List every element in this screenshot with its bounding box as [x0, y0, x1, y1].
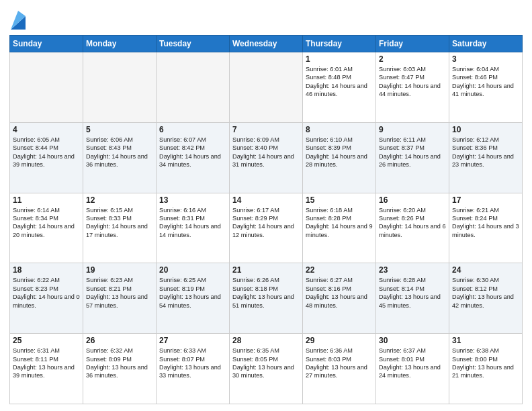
- calendar-cell: [230, 52, 303, 123]
- day-info: Sunrise: 6:16 AMSunset: 8:31 PMDaylight:…: [159, 206, 226, 240]
- day-info: Sunrise: 6:33 AMSunset: 8:07 PMDaylight:…: [159, 347, 226, 380]
- header-thursday: Thursday: [303, 36, 376, 52]
- calendar-cell: 1Sunrise: 6:01 AMSunset: 8:48 PMDaylight…: [303, 52, 376, 123]
- calendar-week-row: 18Sunrise: 6:22 AMSunset: 8:23 PMDayligh…: [10, 263, 523, 334]
- calendar-cell: [83, 52, 157, 123]
- day-number: 13: [159, 195, 226, 205]
- calendar-cell: 5Sunrise: 6:06 AMSunset: 8:43 PMDaylight…: [83, 122, 157, 193]
- day-info: Sunrise: 6:20 AMSunset: 8:26 PMDaylight:…: [379, 206, 446, 240]
- day-info: Sunrise: 6:07 AMSunset: 8:42 PMDaylight:…: [159, 136, 226, 169]
- day-info: Sunrise: 6:06 AMSunset: 8:43 PMDaylight:…: [86, 136, 153, 169]
- weekday-header-row: Sunday Monday Tuesday Wednesday Thursday…: [10, 36, 523, 52]
- calendar-cell: 2Sunrise: 6:03 AMSunset: 8:47 PMDaylight…: [376, 52, 449, 123]
- day-info: Sunrise: 6:03 AMSunset: 8:47 PMDaylight:…: [379, 65, 446, 99]
- day-info: Sunrise: 6:30 AMSunset: 8:12 PMDaylight:…: [452, 276, 519, 310]
- calendar: Sunday Monday Tuesday Wednesday Thursday…: [9, 35, 523, 404]
- calendar-cell: 15Sunrise: 6:18 AMSunset: 8:28 PMDayligh…: [303, 193, 376, 263]
- day-info: Sunrise: 6:22 AMSunset: 8:23 PMDaylight:…: [13, 276, 80, 310]
- day-number: 28: [232, 336, 300, 345]
- calendar-cell: 17Sunrise: 6:21 AMSunset: 8:24 PMDayligh…: [449, 193, 523, 263]
- header-monday: Monday: [83, 36, 157, 52]
- header-wednesday: Wednesday: [230, 36, 303, 52]
- day-number: 18: [13, 265, 80, 275]
- day-info: Sunrise: 6:11 AMSunset: 8:37 PMDaylight:…: [379, 136, 446, 169]
- calendar-cell: 24Sunrise: 6:30 AMSunset: 8:12 PMDayligh…: [449, 263, 523, 334]
- day-info: Sunrise: 6:23 AMSunset: 8:21 PMDaylight:…: [86, 276, 153, 310]
- page: Sunday Monday Tuesday Wednesday Thursday…: [0, 0, 532, 411]
- calendar-cell: 9Sunrise: 6:11 AMSunset: 8:37 PMDaylight…: [376, 122, 449, 193]
- calendar-cell: 21Sunrise: 6:26 AMSunset: 8:18 PMDayligh…: [230, 263, 303, 334]
- day-number: 30: [379, 336, 446, 345]
- header-tuesday: Tuesday: [157, 36, 230, 52]
- header-saturday: Saturday: [449, 36, 523, 52]
- header-sunday: Sunday: [10, 36, 83, 52]
- calendar-cell: 20Sunrise: 6:25 AMSunset: 8:19 PMDayligh…: [157, 263, 230, 334]
- day-number: 9: [379, 125, 446, 134]
- day-number: 20: [159, 265, 226, 275]
- day-number: 2: [379, 54, 446, 64]
- day-info: Sunrise: 6:35 AMSunset: 8:05 PMDaylight:…: [232, 347, 300, 380]
- day-info: Sunrise: 6:21 AMSunset: 8:24 PMDaylight:…: [452, 206, 519, 240]
- day-info: Sunrise: 6:28 AMSunset: 8:14 PMDaylight:…: [379, 276, 446, 310]
- day-info: Sunrise: 6:15 AMSunset: 8:33 PMDaylight:…: [86, 206, 153, 240]
- calendar-cell: 16Sunrise: 6:20 AMSunset: 8:26 PMDayligh…: [376, 193, 449, 263]
- calendar-cell: 27Sunrise: 6:33 AMSunset: 8:07 PMDayligh…: [157, 334, 230, 404]
- day-number: 5: [86, 125, 153, 134]
- day-number: 8: [306, 125, 373, 134]
- day-number: 29: [306, 336, 373, 345]
- day-number: 17: [452, 195, 519, 205]
- calendar-cell: [157, 52, 230, 123]
- day-number: 26: [86, 336, 153, 345]
- calendar-cell: 19Sunrise: 6:23 AMSunset: 8:21 PMDayligh…: [83, 263, 157, 334]
- calendar-week-row: 4Sunrise: 6:05 AMSunset: 8:44 PMDaylight…: [10, 122, 523, 193]
- day-info: Sunrise: 6:25 AMSunset: 8:19 PMDaylight:…: [159, 276, 226, 310]
- calendar-cell: 14Sunrise: 6:17 AMSunset: 8:29 PMDayligh…: [230, 193, 303, 263]
- day-number: 4: [13, 125, 80, 134]
- day-info: Sunrise: 6:37 AMSunset: 8:01 PMDaylight:…: [379, 347, 446, 380]
- day-info: Sunrise: 6:12 AMSunset: 8:36 PMDaylight:…: [452, 136, 519, 169]
- calendar-cell: 12Sunrise: 6:15 AMSunset: 8:33 PMDayligh…: [83, 193, 157, 263]
- day-number: 12: [86, 195, 153, 205]
- day-info: Sunrise: 6:09 AMSunset: 8:40 PMDaylight:…: [232, 136, 300, 169]
- calendar-cell: 29Sunrise: 6:36 AMSunset: 8:03 PMDayligh…: [303, 334, 376, 404]
- day-info: Sunrise: 6:31 AMSunset: 8:11 PMDaylight:…: [13, 347, 80, 380]
- calendar-cell: 23Sunrise: 6:28 AMSunset: 8:14 PMDayligh…: [376, 263, 449, 334]
- day-info: Sunrise: 6:17 AMSunset: 8:29 PMDaylight:…: [232, 206, 300, 240]
- calendar-cell: 26Sunrise: 6:32 AMSunset: 8:09 PMDayligh…: [83, 334, 157, 404]
- day-info: Sunrise: 6:01 AMSunset: 8:48 PMDaylight:…: [306, 65, 373, 99]
- header-friday: Friday: [376, 36, 449, 52]
- calendar-cell: [10, 52, 83, 123]
- day-number: 24: [452, 265, 519, 275]
- calendar-cell: 28Sunrise: 6:35 AMSunset: 8:05 PMDayligh…: [230, 334, 303, 404]
- day-number: 11: [13, 195, 80, 205]
- calendar-cell: 31Sunrise: 6:38 AMSunset: 8:00 PMDayligh…: [449, 334, 523, 404]
- calendar-cell: 13Sunrise: 6:16 AMSunset: 8:31 PMDayligh…: [157, 193, 230, 263]
- calendar-cell: 10Sunrise: 6:12 AMSunset: 8:36 PMDayligh…: [449, 122, 523, 193]
- calendar-body: 1Sunrise: 6:01 AMSunset: 8:48 PMDaylight…: [10, 52, 523, 404]
- day-number: 22: [306, 265, 373, 275]
- day-info: Sunrise: 6:38 AMSunset: 8:00 PMDaylight:…: [452, 347, 519, 380]
- day-info: Sunrise: 6:27 AMSunset: 8:16 PMDaylight:…: [306, 276, 373, 310]
- day-info: Sunrise: 6:10 AMSunset: 8:39 PMDaylight:…: [306, 136, 373, 169]
- day-number: 7: [232, 125, 300, 134]
- calendar-cell: 3Sunrise: 6:04 AMSunset: 8:46 PMDaylight…: [449, 52, 523, 123]
- day-number: 1: [306, 54, 373, 64]
- logo-icon: [11, 11, 26, 30]
- calendar-cell: 18Sunrise: 6:22 AMSunset: 8:23 PMDayligh…: [10, 263, 83, 334]
- calendar-week-row: 1Sunrise: 6:01 AMSunset: 8:48 PMDaylight…: [10, 52, 523, 123]
- calendar-header: Sunday Monday Tuesday Wednesday Thursday…: [10, 36, 523, 52]
- calendar-cell: 6Sunrise: 6:07 AMSunset: 8:42 PMDaylight…: [157, 122, 230, 193]
- calendar-cell: 22Sunrise: 6:27 AMSunset: 8:16 PMDayligh…: [303, 263, 376, 334]
- day-number: 25: [13, 336, 80, 345]
- day-number: 23: [379, 265, 446, 275]
- calendar-cell: 25Sunrise: 6:31 AMSunset: 8:11 PMDayligh…: [10, 334, 83, 404]
- logo: [9, 9, 26, 30]
- day-info: Sunrise: 6:36 AMSunset: 8:03 PMDaylight:…: [306, 347, 373, 380]
- day-number: 16: [379, 195, 446, 205]
- calendar-cell: 8Sunrise: 6:10 AMSunset: 8:39 PMDaylight…: [303, 122, 376, 193]
- day-number: 15: [306, 195, 373, 205]
- day-number: 3: [452, 54, 519, 64]
- day-number: 27: [159, 336, 226, 345]
- day-number: 21: [232, 265, 300, 275]
- day-info: Sunrise: 6:05 AMSunset: 8:44 PMDaylight:…: [13, 136, 80, 169]
